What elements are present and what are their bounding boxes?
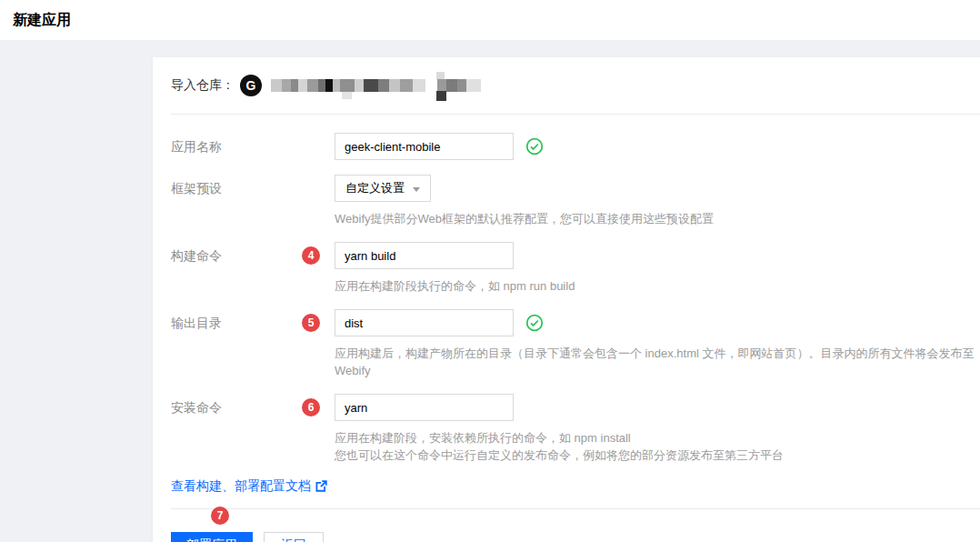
page-title: 新建应用 bbox=[13, 11, 71, 30]
doc-link-label: 查看构建、部署配置文档 bbox=[171, 478, 311, 495]
import-repo-label: 导入仓库： bbox=[171, 77, 235, 94]
form-row-output-directory: 输出目录 5 应用构建后，构建产物所在的目录（目录下通常会包含一个 index.… bbox=[171, 309, 980, 379]
back-button[interactable]: 返回 bbox=[264, 532, 324, 542]
step-badge-5: 5 bbox=[302, 314, 320, 332]
form-row-build-command: 构建命令 4 应用在构建阶段执行的命令，如 npm run build bbox=[171, 242, 980, 295]
app-name-label: 应用名称 bbox=[171, 133, 335, 160]
build-deploy-doc-link[interactable]: 查看构建、部署配置文档 bbox=[171, 478, 327, 495]
framework-preset-help: Webify提供部分Web框架的默认推荐配置，您可以直接使用这些预设配置 bbox=[335, 210, 714, 227]
framework-preset-select[interactable]: 自定义设置 bbox=[335, 175, 431, 202]
redacted-repo-branch bbox=[437, 79, 481, 92]
step-badge-6: 6 bbox=[302, 398, 320, 417]
external-link-icon bbox=[315, 480, 327, 492]
step-badge-4: 4 bbox=[302, 246, 320, 265]
valid-check-icon bbox=[525, 137, 544, 156]
app-name-input[interactable] bbox=[335, 133, 514, 160]
output-directory-help: 应用构建后，构建产物所在的目录（目录下通常会包含一个 index.html 文件… bbox=[335, 345, 980, 379]
new-app-form-card: 导入仓库： G 应用名称 框架 bbox=[153, 57, 980, 542]
install-command-help: 应用在构建阶段，安装依赖所执行的命令，如 npm install bbox=[335, 429, 784, 447]
build-command-help: 应用在构建阶段执行的命令，如 npm run build bbox=[335, 277, 575, 295]
app-config-form: 应用名称 框架预设 自定义设置 bbox=[171, 115, 980, 542]
step-badge-7: 7 bbox=[211, 507, 229, 525]
redacted-repo-name bbox=[271, 79, 425, 92]
output-directory-input[interactable] bbox=[335, 309, 514, 336]
git-provider-icon: G bbox=[240, 75, 262, 96]
valid-check-icon bbox=[525, 314, 544, 332]
framework-preset-value: 自定义设置 bbox=[345, 180, 405, 196]
chevron-down-icon bbox=[413, 187, 420, 192]
install-command-help-2: 您也可以在这个命令中运行自定义的发布命令，例如将您的部分资源发布至第三方平台 bbox=[335, 447, 784, 464]
build-command-input[interactable] bbox=[335, 242, 514, 269]
framework-preset-label: 框架预设 bbox=[171, 175, 335, 227]
import-repo-row: 导入仓库： G bbox=[171, 57, 980, 114]
form-row-install-command: 安装命令 6 应用在构建阶段，安装依赖所执行的命令，如 npm install … bbox=[171, 394, 980, 464]
doc-link-row: 查看构建、部署配置文档 bbox=[171, 478, 980, 494]
page-header: 新建应用 bbox=[0, 0, 980, 40]
form-row-app-name: 应用名称 bbox=[171, 133, 980, 160]
deploy-app-button[interactable]: 部署应用 bbox=[171, 532, 253, 542]
form-row-framework-preset: 框架预设 自定义设置 Webify提供部分Web框架的默认推荐配置，您可以直接使… bbox=[171, 175, 980, 227]
form-footer: 7 部署应用 返回 bbox=[171, 509, 980, 542]
install-command-input[interactable] bbox=[335, 394, 514, 421]
